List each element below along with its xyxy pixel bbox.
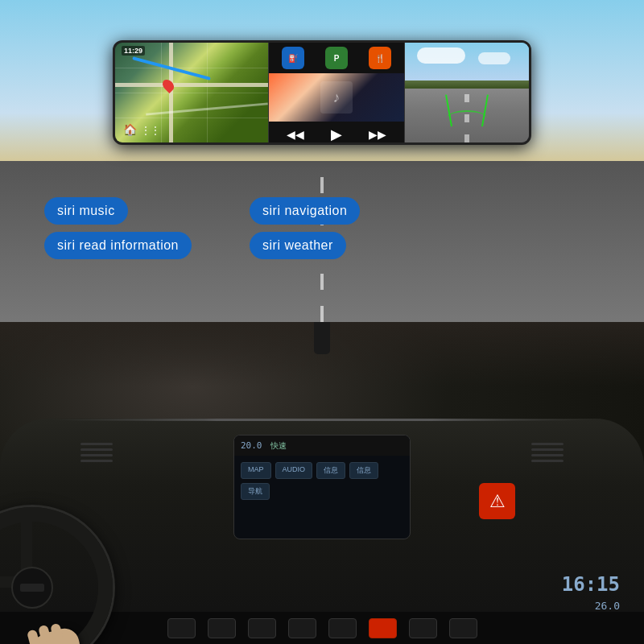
info-button-2[interactable]: 信息 bbox=[349, 462, 378, 479]
guide-arc bbox=[447, 110, 487, 126]
wheel-hub bbox=[11, 567, 53, 609]
map-time: 11:29 bbox=[122, 46, 145, 56]
map-button[interactable]: MAP bbox=[241, 462, 271, 479]
bottom-scene: 20.0 快速 MAP AUDIO 信息 信息 导航 ⚠ bbox=[0, 322, 644, 644]
clock-display: 16:15 bbox=[562, 573, 620, 596]
siri-navigation-label: siri navigation bbox=[250, 197, 360, 225]
right-vent bbox=[531, 443, 564, 462]
speed-value: 20.0 bbox=[241, 440, 262, 451]
map-pin bbox=[160, 77, 176, 93]
vent-slat-r bbox=[531, 448, 564, 451]
vent-slat-r bbox=[531, 460, 564, 462]
hazard-button[interactable]: ⚠ bbox=[479, 483, 515, 519]
top-scene: 📷 bbox=[0, 0, 644, 322]
siri-music-label: siri music bbox=[44, 197, 128, 225]
cloud-shape-2 bbox=[478, 52, 510, 64]
control-btn-1[interactable] bbox=[167, 618, 196, 638]
map-road-main bbox=[115, 83, 268, 87]
vent-slat-r bbox=[531, 443, 564, 445]
mirror-display: 11:29 🏠 ⋮⋮ ⛽ P 🍴 ♪ bbox=[115, 43, 529, 142]
map-display bbox=[115, 43, 268, 142]
control-btn-7[interactable] bbox=[449, 618, 477, 638]
vent-slat bbox=[80, 443, 113, 445]
screen-buttons: MAP AUDIO 信息 信息 导航 bbox=[234, 456, 410, 506]
gas-station-icon: ⛽ bbox=[282, 47, 304, 69]
navi-button[interactable]: 导航 bbox=[241, 483, 270, 500]
mirror-left-button[interactable]: 📷 bbox=[113, 76, 114, 109]
camera-feed bbox=[405, 43, 529, 142]
play-button[interactable]: ▶ bbox=[331, 126, 342, 142]
media-panel: ⛽ P 🍴 ♪ ◀◀ ▶ ▶▶ bbox=[268, 43, 405, 142]
parking-guides bbox=[443, 86, 491, 126]
main-container: 📷 bbox=[0, 0, 644, 644]
album-art: ♪ bbox=[269, 73, 404, 122]
steering-wheel-area bbox=[0, 507, 129, 644]
prev-button[interactable]: ◀◀ bbox=[287, 128, 304, 141]
screen-top-bar: 20.0 快速 bbox=[234, 436, 410, 456]
hazard-icon: ⚠ bbox=[489, 491, 506, 512]
temp-display: 26.0 bbox=[595, 600, 620, 612]
map-grid-v1 bbox=[161, 43, 162, 142]
control-btn-4[interactable] bbox=[288, 618, 316, 638]
control-btn-hazard[interactable] bbox=[369, 618, 397, 638]
next-button[interactable]: ▶▶ bbox=[369, 128, 386, 141]
vent-slat-r bbox=[531, 454, 564, 456]
vent-slat bbox=[80, 448, 113, 451]
rear-camera-panel bbox=[405, 43, 529, 142]
music-thumbnail: ♪ bbox=[320, 81, 353, 114]
mirror-mount bbox=[314, 322, 330, 354]
control-btn-3[interactable] bbox=[248, 618, 276, 638]
infotainment-screen[interactable]: 20.0 快速 MAP AUDIO 信息 信息 导航 bbox=[233, 435, 411, 539]
map-grid-h1 bbox=[115, 68, 268, 68]
left-vent bbox=[80, 443, 113, 462]
map-grid-h3 bbox=[115, 118, 268, 118]
vent-slat bbox=[80, 454, 113, 456]
media-controls: ◀◀ ▶ ▶▶ bbox=[269, 122, 404, 142]
audio-button[interactable]: AUDIO bbox=[275, 462, 313, 479]
mode-label: 快速 bbox=[270, 440, 287, 452]
control-btn-2[interactable] bbox=[208, 618, 236, 638]
map-grid-v2 bbox=[207, 43, 208, 142]
control-btn-5[interactable] bbox=[328, 618, 357, 638]
rearview-mirror: 📷 bbox=[113, 40, 531, 145]
food-icon: 🍴 bbox=[369, 47, 391, 69]
vent-slat bbox=[80, 460, 113, 462]
home-icon[interactable]: 🏠 bbox=[123, 123, 137, 136]
cloud-shape bbox=[417, 47, 465, 64]
dash-edge bbox=[48, 419, 596, 421]
parking-icon: P bbox=[325, 47, 348, 69]
siri-weather-label: siri weather bbox=[250, 232, 346, 259]
brand-badge bbox=[20, 584, 44, 592]
control-btn-6[interactable] bbox=[409, 618, 437, 638]
siri-read-information-label: siri read information bbox=[44, 232, 192, 259]
map-grid-h2 bbox=[115, 93, 268, 93]
apps-icon[interactable]: ⋮⋮ bbox=[141, 125, 160, 136]
navigation-panel: 11:29 🏠 ⋮⋮ bbox=[115, 43, 268, 142]
info-button[interactable]: 信息 bbox=[316, 462, 345, 479]
media-icons-row: ⛽ P 🍴 bbox=[269, 43, 404, 73]
